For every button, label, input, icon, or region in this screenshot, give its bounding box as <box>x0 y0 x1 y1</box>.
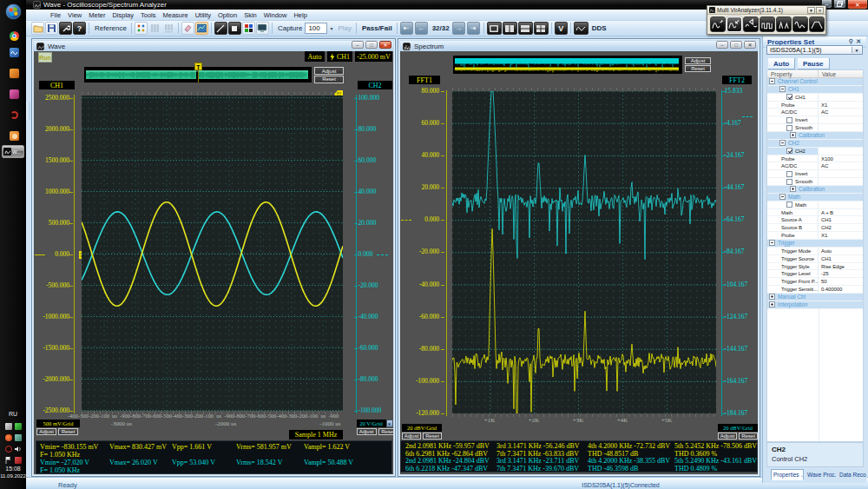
volume-icon[interactable] <box>15 446 22 453</box>
data-recorder-button[interactable] <box>776 17 792 32</box>
eraser-button[interactable] <box>181 22 194 35</box>
start-button[interactable] <box>6 4 21 19</box>
collapse-icon[interactable] <box>779 86 786 92</box>
property-row-probe[interactable]: ProbeX1 <box>767 232 863 240</box>
spectrum-left-reset-button[interactable]: Reset <box>423 433 442 439</box>
screen-button[interactable] <box>256 22 269 35</box>
wave-maximize-button[interactable]: □ <box>365 41 378 49</box>
spectrum-maximize-button[interactable]: □ <box>730 41 742 49</box>
wave-titlebar[interactable]: Wave <box>34 41 393 51</box>
nav-next-button[interactable]: → <box>452 22 465 35</box>
collapse-icon[interactable] <box>779 140 786 146</box>
blue-app-icon[interactable] <box>10 48 19 57</box>
wave-overview-adjust-button[interactable]: Adjust <box>314 67 344 75</box>
sweep-button[interactable] <box>792 17 808 32</box>
wave-close-button[interactable]: ✕ <box>379 41 391 49</box>
orange-app-icon[interactable] <box>10 69 19 78</box>
expand-icon[interactable] <box>769 301 775 307</box>
pink-app-icon[interactable] <box>10 89 19 99</box>
device-combo-arrow[interactable]: ▼ <box>852 47 861 53</box>
menu-item-option[interactable]: Option <box>218 11 237 19</box>
expand-icon[interactable] <box>769 294 775 300</box>
pulse-button[interactable] <box>809 17 825 32</box>
tray-icon-4[interactable] <box>15 434 22 441</box>
auto-button[interactable]: Auto <box>768 58 795 69</box>
spectrum-overview-bar[interactable] <box>453 56 682 74</box>
menu-item-file[interactable]: File <box>50 11 61 19</box>
property-row-invert[interactable]: Invert <box>767 116 863 124</box>
wave-right-grid-scale[interactable]: 20 V/Grid <box>357 420 386 427</box>
reference-button[interactable]: Reference <box>95 24 127 32</box>
spectrum-overview-adjust-button[interactable]: Adjust <box>685 57 711 64</box>
property-row-trigger-front-p-[interactable]: Trigger Front P...50 <box>767 278 863 286</box>
line-style-button[interactable] <box>214 22 227 35</box>
align-dots-button[interactable] <box>135 22 148 35</box>
property-row-trigger-source[interactable]: Trigger SourceCH1 <box>767 255 863 263</box>
property-row-interpolation[interactable]: Interpolation <box>767 301 863 309</box>
trigger-position-marker[interactable]: T <box>194 63 202 70</box>
menu-item-meter[interactable]: Meter <box>89 11 105 19</box>
property-row-trigger-sensiti-[interactable]: Trigger Sensiti...0.400000 <box>767 286 863 294</box>
collapse-icon[interactable] <box>779 194 786 200</box>
property-row-manual-ctrl[interactable]: Manual Ctrl <box>767 294 863 301</box>
property-row-source-b[interactable]: Source BCH2 <box>767 224 863 232</box>
wave-left-adjust-button[interactable]: Adjust <box>36 428 56 435</box>
chrome-icon[interactable] <box>10 31 19 41</box>
checkbox-checked[interactable] <box>786 148 792 154</box>
clock[interactable]: 15:08 <box>0 466 26 472</box>
wave-left-grid-scale[interactable]: 500 mV/Grid <box>36 420 80 427</box>
window-cascade-button[interactable] <box>487 22 502 35</box>
menu-item-measure[interactable]: Measure <box>163 11 188 19</box>
property-row-smooth[interactable]: Smooth <box>767 124 863 132</box>
wave-right-reset-button[interactable]: Reset <box>378 428 394 435</box>
spectrum-right-grid-scale[interactable]: 20 dBV/Grid <box>718 424 758 432</box>
close-button[interactable]: ✕ <box>847 0 868 10</box>
checkbox-unchecked[interactable] <box>786 171 792 177</box>
property-row-trigger-style[interactable]: Trigger StyleRise Edge <box>767 263 863 271</box>
collapse-icon[interactable] <box>769 240 775 246</box>
display-mode-button[interactable] <box>195 22 208 35</box>
window-tile-vertical-button[interactable] <box>503 22 517 35</box>
panel-tab-properties-[interactable]: Properties ... <box>771 469 804 480</box>
checkbox-unchecked[interactable] <box>786 179 792 185</box>
spectrum-left-grid-scale[interactable]: 20 dBV/Grid <box>402 424 442 432</box>
pause-button[interactable]: Pause <box>798 58 830 69</box>
property-row-channel-control[interactable]: Channel Control <box>767 78 863 86</box>
color-palette-button[interactable] <box>242 22 255 35</box>
maximize-button[interactable] <box>833 0 846 9</box>
menu-item-utility[interactable]: Utility <box>195 11 211 19</box>
property-row-ac-dc[interactable]: AC/DCAC <box>767 162 863 170</box>
property-row-invert[interactable]: Invert <box>767 170 863 178</box>
wave-right-adjust-button[interactable]: Adjust <box>357 428 377 435</box>
collapse-icon[interactable] <box>769 78 775 84</box>
spectrum-right-adjust-button[interactable]: Adjust <box>718 433 737 439</box>
menu-item-view[interactable]: View <box>68 11 82 19</box>
device-select-combo[interactable]: ISDS205A(1.1)(5) ▼ <box>766 45 863 55</box>
language-indicator[interactable]: RU <box>0 411 26 417</box>
menu-item-window[interactable]: Window <box>264 11 287 19</box>
checkbox-unchecked[interactable] <box>786 117 792 123</box>
property-row-ac-dc[interactable]: AC/DCAC <box>767 109 863 116</box>
property-row-calibration[interactable]: Calibration <box>767 132 863 140</box>
spectrum-analyzer-button[interactable] <box>727 17 742 32</box>
checkbox-unchecked[interactable] <box>786 202 792 208</box>
capture-combo-arrow[interactable]: ▾ <box>327 23 335 34</box>
property-row-smooth[interactable]: Smooth <box>767 178 863 186</box>
property-row-trigger-mode[interactable]: Trigger ModeAuto <box>767 248 863 255</box>
logic-analyzer-button[interactable] <box>760 17 775 32</box>
spectrum-right-reset-button[interactable]: Reset <box>739 433 758 439</box>
property-row-probe[interactable]: ProbeX100 <box>767 155 863 163</box>
spectrum-left-adjust-button[interactable]: Adjust <box>402 433 421 439</box>
play-button[interactable]: Play <box>338 24 352 32</box>
spectrum-plot[interactable] <box>452 91 717 414</box>
help-button[interactable]: ? <box>73 22 86 35</box>
nav-first-button[interactable]: ⇤ <box>400 22 413 35</box>
taskbar-running-app-button[interactable]: W... <box>2 145 24 158</box>
wave-minimize-button[interactable]: – <box>352 41 364 49</box>
wave-right-grid-arrow[interactable]: ▾ <box>386 420 393 427</box>
expand-icon[interactable] <box>790 132 796 138</box>
spectrum-minimize-button[interactable]: – <box>716 41 728 49</box>
save-button[interactable] <box>45 22 58 35</box>
spectrum-close-button[interactable]: ✕ <box>744 41 756 49</box>
date[interactable]: 11.09.2022 <box>0 473 26 479</box>
